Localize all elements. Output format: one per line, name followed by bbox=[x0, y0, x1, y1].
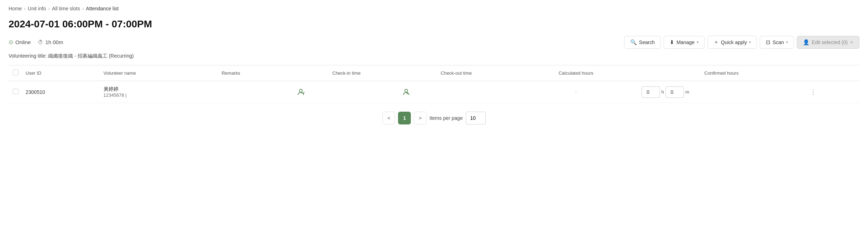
toolbar: 🔍 Search ⬇ Manage ▾ ＋ Quick apply ▾ ⊡ Sc… bbox=[624, 36, 859, 49]
row-remarks bbox=[219, 81, 294, 103]
info-row: ⊙ Online ⏱ 1h 00m 🔍 Search ⬇ Manage ▾ ＋ … bbox=[9, 36, 859, 49]
table-body: 2300510 黃婷婷 12345678 | bbox=[9, 81, 859, 103]
scan-button[interactable]: ⊡ Scan ▾ bbox=[760, 36, 794, 49]
row-checkbox[interactable] bbox=[13, 89, 19, 94]
header-checkout-time: Check-out time bbox=[399, 65, 513, 81]
header-calculated-hours: Calculated hours bbox=[513, 65, 639, 81]
table-row: 2300510 黃婷婷 12345678 | bbox=[9, 81, 859, 103]
quick-apply-icon: ＋ bbox=[713, 39, 719, 46]
checkout-person-icon bbox=[402, 88, 411, 96]
volunteer-name: 黃婷婷 bbox=[104, 86, 216, 92]
current-page-button[interactable]: 1 bbox=[398, 112, 411, 124]
row-checkout-time bbox=[399, 81, 513, 103]
row-confirmed-hours: h m bbox=[639, 81, 804, 103]
header-checkin-time: Check-in time bbox=[294, 65, 399, 81]
hours-input-group: h m bbox=[642, 86, 801, 98]
duration-item: ⏱ 1h 00m bbox=[38, 39, 63, 45]
manage-label: Manage bbox=[676, 39, 695, 45]
header-user-id: User ID bbox=[23, 65, 101, 81]
items-per-page-label: Items per page bbox=[429, 115, 462, 121]
quick-apply-chevron-icon: ▾ bbox=[749, 40, 751, 44]
quick-apply-label: Quick apply bbox=[721, 39, 747, 45]
volunteering-title: Volunteering title: 織纖復復織 - 招募編織義工 (Recu… bbox=[9, 53, 859, 59]
manage-button[interactable]: ⬇ Manage ▾ bbox=[664, 36, 705, 49]
clock-icon: ⏱ bbox=[38, 39, 43, 45]
breadcrumb-all-time-slots[interactable]: All time slots bbox=[52, 6, 80, 11]
breadcrumb-sep-3: › bbox=[82, 6, 84, 11]
header-remarks: Remarks bbox=[219, 65, 294, 81]
items-per-page-input[interactable] bbox=[466, 112, 486, 124]
page-title: 2024-07-01 06:00PM - 07:00PM bbox=[9, 18, 859, 30]
checkin-icon-button[interactable] bbox=[297, 88, 305, 96]
checkout-icon-button[interactable] bbox=[402, 88, 411, 96]
breadcrumb: Home › Unit info › All time slots › Atte… bbox=[9, 6, 859, 11]
header-volunteer-name: Volunteer name bbox=[101, 65, 219, 81]
scan-chevron-icon: ▾ bbox=[786, 40, 788, 44]
edit-selected-close-icon: ✕ bbox=[850, 40, 853, 45]
breadcrumb-home[interactable]: Home bbox=[9, 6, 22, 11]
hours-m-label: m bbox=[685, 89, 689, 95]
volunteer-phone: 12345678 | bbox=[104, 92, 216, 98]
more-actions-button[interactable]: ⋮ bbox=[807, 87, 819, 97]
row-actions-cell: ⋮ bbox=[804, 81, 859, 103]
manage-icon: ⬇ bbox=[670, 39, 674, 46]
hours-m-input[interactable] bbox=[665, 86, 684, 98]
breadcrumb-sep-1: › bbox=[24, 6, 26, 11]
location-icon: ⊙ bbox=[9, 39, 13, 46]
scan-label: Scan bbox=[773, 39, 784, 45]
prev-page-button[interactable]: < bbox=[382, 112, 395, 124]
svg-point-1 bbox=[405, 89, 408, 92]
row-user-id: 2300510 bbox=[23, 81, 101, 103]
pagination: < 1 > Items per page bbox=[9, 112, 859, 130]
edit-selected-icon: 👤 bbox=[803, 39, 810, 46]
breadcrumb-current: Attendance list bbox=[86, 6, 119, 11]
table-container: User ID Volunteer name Remarks Check-in … bbox=[9, 65, 859, 103]
header-confirmed-hours: Confirmed hours bbox=[639, 65, 804, 81]
edit-selected-button[interactable]: 👤 Edit selected (0) ✕ bbox=[797, 36, 859, 49]
duration-label: 1h 00m bbox=[45, 39, 63, 45]
search-button[interactable]: 🔍 Search bbox=[624, 36, 661, 49]
row-calculated-hours: - bbox=[513, 81, 639, 103]
scan-icon: ⊡ bbox=[766, 39, 770, 46]
hours-h-label: h bbox=[662, 89, 664, 95]
row-checkin-time bbox=[294, 81, 399, 103]
breadcrumb-unit-info[interactable]: Unit info bbox=[28, 6, 46, 11]
table-header: User ID Volunteer name Remarks Check-in … bbox=[9, 65, 859, 81]
row-volunteer-name-cell: 黃婷婷 12345678 | bbox=[101, 81, 219, 103]
row-checkbox-cell bbox=[9, 81, 23, 103]
edit-selected-label: Edit selected (0) bbox=[812, 39, 848, 45]
search-icon: 🔍 bbox=[630, 39, 637, 46]
header-checkbox-cell bbox=[9, 65, 23, 81]
manage-chevron-icon: ▾ bbox=[697, 40, 699, 44]
hours-h-input[interactable] bbox=[642, 86, 660, 98]
location-item: ⊙ Online bbox=[9, 39, 31, 46]
quick-apply-button[interactable]: ＋ Quick apply ▾ bbox=[707, 36, 757, 49]
location-label: Online bbox=[15, 39, 31, 45]
next-page-button[interactable]: > bbox=[414, 112, 427, 124]
checkin-person-icon bbox=[297, 88, 305, 96]
search-label: Search bbox=[639, 39, 655, 45]
items-per-page-group: Items per page bbox=[429, 112, 485, 124]
header-checkbox[interactable] bbox=[13, 70, 19, 75]
svg-point-0 bbox=[299, 89, 302, 92]
attendance-table: User ID Volunteer name Remarks Check-in … bbox=[9, 65, 859, 103]
breadcrumb-sep-2: › bbox=[48, 6, 50, 11]
header-actions bbox=[804, 65, 859, 81]
info-left: ⊙ Online ⏱ 1h 00m bbox=[9, 39, 63, 46]
